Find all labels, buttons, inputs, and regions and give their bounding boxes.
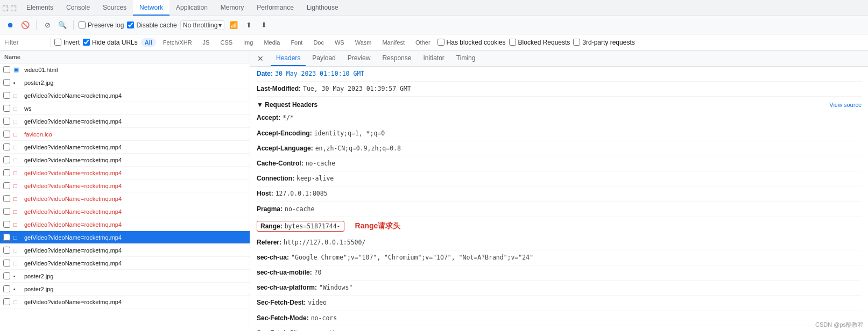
tab-headers[interactable]: Headers [271, 51, 306, 66]
list-item[interactable]: ▣video01.html [0, 63, 250, 76]
tab-preview[interactable]: Preview [342, 51, 376, 66]
filter-font-button[interactable]: Font [287, 38, 306, 47]
filter-doc-button[interactable]: Doc [309, 38, 328, 47]
view-source-link[interactable]: View source [829, 102, 862, 108]
invert-checkbox[interactable]: Invert [54, 39, 80, 46]
filter-img-button[interactable]: Img [239, 38, 257, 47]
third-party-input[interactable] [573, 39, 580, 46]
filter-media-button[interactable]: Media [260, 38, 284, 47]
list-item[interactable]: □getVideo?videoName=rocketmq.mp4 [0, 154, 250, 167]
tab-network[interactable]: Network [133, 0, 170, 16]
filter-all-button[interactable]: All [141, 38, 156, 47]
list-item-checkbox[interactable] [3, 234, 10, 241]
tab-elements[interactable]: Elements [20, 0, 60, 16]
list-item-checkbox[interactable] [3, 247, 10, 254]
tab-application[interactable]: Application [170, 0, 214, 16]
list-item-checkbox[interactable] [3, 156, 10, 163]
list-item-checkbox[interactable] [3, 131, 10, 138]
list-item-icon: □ [13, 234, 21, 241]
list-item-checkbox[interactable] [3, 221, 10, 228]
tab-sources[interactable]: Sources [96, 0, 133, 16]
list-item[interactable]: ▪poster2.jpg [0, 76, 250, 89]
list-item-icon: ▪ [13, 286, 21, 292]
sec-ch-ua-mobile-value: ?0 [314, 268, 322, 278]
tab-timing[interactable]: Timing [451, 51, 481, 66]
list-item[interactable]: □getVideo?videoName=rocketmq.mp4 [0, 179, 250, 192]
blocked-cookies-checkbox[interactable]: Has blocked cookies [437, 39, 506, 46]
list-item-checkbox[interactable] [3, 169, 10, 176]
list-item-icon: □ [13, 299, 21, 305]
list-item-checkbox[interactable] [3, 143, 10, 150]
blocked-cookies-input[interactable] [437, 39, 444, 46]
blocked-requests-input[interactable] [509, 39, 516, 46]
list-item-checkbox[interactable] [3, 195, 10, 202]
clear-button[interactable]: 🚫 [19, 19, 31, 31]
download-icon[interactable]: ⬇ [258, 19, 270, 31]
tab-performance[interactable]: Performance [250, 0, 300, 16]
tab-console[interactable]: Console [60, 0, 96, 16]
network-list-body[interactable]: ▣video01.html▪poster2.jpg□getVideo?video… [0, 63, 250, 331]
filter-other-button[interactable]: Other [412, 38, 434, 47]
disable-cache-input[interactable] [127, 21, 134, 28]
list-item[interactable]: □ws [0, 102, 250, 115]
detail-body[interactable]: Date: 30 May 2023 01:10:10 GMT Last-Modi… [250, 67, 868, 331]
list-item[interactable]: □getVideo?videoName=rocketmq.mp4 [0, 115, 250, 128]
tab-response[interactable]: Response [377, 51, 417, 66]
list-item-checkbox[interactable] [3, 105, 10, 112]
list-item[interactable]: □getVideo?videoName=rocketmq.mp4 [0, 141, 250, 154]
list-item-checkbox[interactable] [3, 182, 10, 189]
filter-js-button[interactable]: JS [199, 38, 214, 47]
list-item-checkbox[interactable] [3, 92, 10, 99]
list-item-checkbox[interactable] [3, 118, 10, 125]
filter-manifest-button[interactable]: Manifest [378, 38, 408, 47]
sec-fetch-site-key: Sec-Fetch-Site: [257, 328, 304, 331]
list-item[interactable]: □getVideo?videoName=rocketmq.mp4 [0, 244, 250, 257]
list-item-name: getVideo?videoName=rocketmq.mp4 [24, 260, 246, 267]
tab-initiator[interactable]: Initiator [418, 51, 449, 66]
list-item-checkbox[interactable] [3, 66, 10, 73]
list-item[interactable]: □getVideo?videoName=rocketmq.mp4 [0, 205, 250, 218]
list-item-checkbox[interactable] [3, 298, 10, 305]
list-item[interactable]: □getVideo?videoName=rocketmq.mp4 [0, 231, 250, 244]
list-item[interactable]: □getVideo?videoName=rocketmq.mp4 [0, 257, 250, 270]
list-item[interactable]: □getVideo?videoName=rocketmq.mp4 [0, 218, 250, 231]
request-headers-section[interactable]: ▼ Request Headers View source [257, 97, 862, 111]
preserve-log-checkbox[interactable]: Preserve log [79, 21, 124, 29]
list-item-checkbox[interactable] [3, 285, 10, 292]
list-item[interactable]: □getVideo?videoName=rocketmq.mp4 [0, 296, 250, 308]
list-item[interactable]: □getVideo?videoName=rocketmq.mp4 [0, 192, 250, 205]
list-item[interactable]: □getVideo?videoName=rocketmq.mp4 [0, 167, 250, 179]
list-item-checkbox[interactable] [3, 272, 10, 279]
list-item-icon: □ [13, 196, 21, 202]
disable-cache-checkbox[interactable]: Disable cache [127, 21, 177, 29]
throttling-select[interactable]: No throttling ▾ [180, 20, 225, 30]
filter-ws-button[interactable]: WS [331, 38, 348, 47]
list-item[interactable]: □getVideo?videoName=rocketmq.mp4 [0, 89, 250, 102]
wifi-icon[interactable]: 📶 [228, 19, 239, 31]
blocked-requests-checkbox[interactable]: Blocked Requests [509, 39, 570, 46]
list-item[interactable]: ▪poster2.jpg [0, 270, 250, 283]
filter-input[interactable] [4, 39, 47, 46]
hide-data-urls-checkbox[interactable]: Hide data URLs [83, 39, 138, 46]
list-item-checkbox[interactable] [3, 208, 10, 215]
list-item-checkbox[interactable] [3, 260, 10, 267]
tab-payload[interactable]: Payload [307, 51, 341, 66]
third-party-checkbox[interactable]: 3rd-party requests [573, 39, 634, 46]
list-item-name: getVideo?videoName=rocketmq.mp4 [24, 118, 246, 125]
tab-memory[interactable]: Memory [214, 0, 250, 16]
filter-fetchxhr-button[interactable]: Fetch/XHR [159, 38, 196, 47]
close-detail-button[interactable]: ✕ [255, 53, 266, 64]
list-item[interactable]: □favicon.ico [0, 128, 250, 141]
preserve-log-input[interactable] [79, 21, 86, 28]
list-item[interactable]: ▪poster2.jpg [0, 283, 250, 296]
filter-css-button[interactable]: CSS [216, 38, 236, 47]
search-button[interactable]: 🔍 [57, 19, 68, 31]
invert-input[interactable] [54, 39, 61, 46]
upload-icon[interactable]: ⬆ [243, 19, 255, 31]
list-item-checkbox[interactable] [3, 79, 10, 86]
record-button[interactable]: ⏺ [4, 19, 16, 31]
filter-button[interactable]: ⊘ [41, 19, 53, 31]
hide-data-urls-input[interactable] [83, 39, 90, 46]
tab-lighthouse[interactable]: Lighthouse [300, 0, 345, 16]
filter-wasm-button[interactable]: Wasm [351, 38, 376, 47]
